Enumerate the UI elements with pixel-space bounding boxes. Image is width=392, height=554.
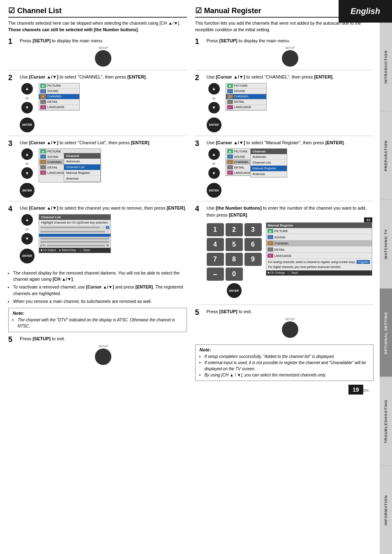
bullet-2: To reactivate a removed channel, use [Cu…	[13, 284, 187, 297]
num-btn-dash[interactable]: –	[207, 268, 224, 281]
remote-area-r2: ▲ or ▼ ENTER ▣ PICTURE ♪	[207, 83, 374, 132]
down-button-4: ▼	[21, 233, 33, 245]
menu-row-language: A LANGUAGE	[39, 105, 79, 110]
note-box-right: Note: If setup completes successfully, "…	[195, 344, 374, 381]
step-3-content: Use [Cursor ▲/▼] to select "Channel List…	[20, 139, 187, 198]
num-btn-7[interactable]: 7	[207, 253, 224, 266]
remote-area-3: ▲ or ▼ ENTER ▣ PICTURE	[20, 148, 187, 198]
page-number: 19	[348, 385, 363, 395]
step-2-left: 2 Use [Cursor ▲/▼] to select "CHANNEL", …	[8, 74, 187, 136]
bullet-3: When you remove a main channel, its subc…	[13, 298, 187, 305]
main-content: ☑ Channel List The channels selected her…	[0, 0, 380, 399]
cursor-buttons-4: ▲ or ▼ ENTER	[20, 214, 35, 263]
setup-button-r1: SETUP	[207, 46, 374, 67]
down-button: ▼	[21, 102, 33, 113]
step-4-content: Use [Cursor ▲/▼] to select the channel y…	[20, 205, 187, 263]
channel-list-mockup: Channel List Highlight channels for Ch U…	[39, 214, 111, 253]
step-2-right: 2 Use [Cursor ▲/▼] to select "CHANNEL", …	[195, 74, 374, 136]
channel-list-heading: Channel List	[17, 7, 62, 15]
step-1-right: 1 Press [SETUP] to display the main menu…	[195, 37, 374, 71]
step-5-content: Press [SETUP] to exit. SETUP	[20, 335, 187, 365]
sidebar-tab-troubleshooting[interactable]: TROUBLESHOOTING	[380, 377, 392, 466]
enter-button-4: ENTER	[20, 249, 35, 263]
sidebar-tab-watching[interactable]: WATCHING TV	[380, 200, 392, 289]
cursor-buttons-2: ▲ or ▼ ENTER	[20, 83, 35, 132]
language-bar: English	[339, 0, 392, 23]
num-btn-9[interactable]: 9	[244, 253, 262, 266]
channel-submenu-r3: ▣ PICTURE ♪ SOUND ≡ CHANNEL	[226, 148, 256, 176]
up-button: ▲	[21, 83, 33, 95]
channel-list-title: ☑ Channel List	[8, 6, 187, 18]
up-button-3: ▲	[21, 148, 33, 160]
down-button-3: ▼	[21, 167, 33, 179]
sidebar-tab-introduction[interactable]: INTRODUCTION	[380, 23, 392, 111]
menu-mockup-2: ▣ PICTURE ♪ SOUND ≡ CHANNEL	[39, 83, 80, 111]
step-4-left: 4 Use [Cursor ▲/▼] to select the channel…	[8, 205, 187, 267]
step-3-right: 3 Use [Cursor ▲/▼] to select "Manual Reg…	[195, 139, 374, 202]
num-btn-6[interactable]: 6	[244, 238, 262, 251]
num-btn-2[interactable]: 2	[226, 223, 243, 236]
up-button-4: ▲	[21, 214, 33, 226]
note-box-left: Note: The channel with the "DTV" indicat…	[8, 308, 187, 332]
setup-button-r5: SETUP	[207, 318, 374, 338]
enter-button-r4: ENTER	[227, 283, 242, 298]
manual-register-heading: Manual Register	[204, 7, 261, 15]
sidebar-tab-information[interactable]: INFORMATION	[380, 466, 392, 554]
numpad: 1 2 3 4 5 6 7 8 9 – 0	[207, 223, 262, 281]
step-1-left: 1 Press [SETUP] to display the main menu…	[8, 37, 187, 71]
step-num-5: 5	[8, 335, 16, 365]
setup-button-1: SETUP	[20, 46, 187, 67]
manual-register-section: ☑ Manual Register This function lets you…	[195, 6, 374, 384]
cursor-buttons-3: ▲ or ▼ ENTER	[20, 148, 35, 198]
num-btn-1[interactable]: 1	[207, 223, 224, 236]
channel-list-section: ☑ Channel List The channels selected her…	[8, 6, 187, 384]
step-5-left: 5 Press [SETUP] to exit. SETUP	[8, 335, 187, 368]
enter-button-3: ENTER	[20, 183, 35, 198]
checkbox-icon-right: ☑	[195, 6, 202, 15]
step-2-content: Use [Cursor ▲/▼] to select "CHANNEL", th…	[20, 74, 187, 132]
step-1-content: Press [SETUP] to display the main menu. …	[20, 37, 187, 67]
remote-area-r3: ▲ or ▼ ENTER ▣ PICTURE	[207, 148, 374, 198]
menu-mockup-r2: ▣ PICTURE ♪ SOUND ≡ CHANNEL	[226, 83, 267, 111]
menu-row-detail: i DETAIL	[39, 99, 79, 105]
sidebar-tab-preparation[interactable]: PREPARATION	[380, 111, 392, 200]
num-btn-5[interactable]: 5	[226, 238, 243, 251]
bullet-1: The channel display for the removed chan…	[13, 270, 187, 283]
language-label: English	[350, 7, 380, 16]
num-btn-3[interactable]: 3	[244, 223, 262, 236]
setup-button-5: SETUP	[20, 345, 187, 365]
step-num-1: 1	[8, 37, 16, 67]
enter-button: ENTER	[20, 118, 35, 132]
menu-row-sound: ♪ SOUND	[39, 89, 79, 94]
manual-register-mockup: Manual Register ▣ PICTURE ♪ SOUND	[266, 222, 373, 276]
sidebar-tab-optional[interactable]: OPTIONAL SETTING	[380, 289, 392, 377]
checkbox-icon: ☑	[8, 6, 15, 15]
num-btn-4[interactable]: 4	[207, 238, 224, 251]
step-3-left: 3 Use [Cursor ▲/▼] to select "Channel Li…	[8, 139, 187, 202]
step-1-text: Press [SETUP] to display the main menu.	[20, 37, 187, 44]
num-btn-8[interactable]: 8	[226, 253, 243, 266]
step-4-right: 4 Use [the Number buttons] to enter the …	[195, 205, 374, 301]
step-num-3: 3	[8, 139, 16, 198]
remote-area-2: ▲ or ▼ ENTER ▣ PICTURE	[20, 83, 187, 132]
bullet-list: The channel display for the removed chan…	[8, 270, 187, 305]
sidebar: INTRODUCTION PREPARATION WATCHING TV OPT…	[380, 0, 392, 554]
channel-submenu-3: ▣ PICTURE ♪ SOUND ≡ CHANNEL	[39, 148, 101, 182]
channel-list-desc: The channels selected here can be skippe…	[8, 20, 187, 33]
menu-row-picture: ▣ PICTURE	[39, 83, 79, 89]
menu-row-channel: ≡ CHANNEL	[39, 94, 79, 99]
page-label: EN	[363, 388, 369, 392]
step-num-2: 2	[8, 74, 16, 132]
step-5-right: 5 Press [SETUP] to exit. SETUP	[195, 305, 374, 341]
num-btn-0[interactable]: 0	[226, 268, 243, 281]
step-num-4: 4	[8, 205, 16, 263]
remote-area-4: ▲ or ▼ ENTER Channel List Highlight chan…	[20, 214, 187, 263]
